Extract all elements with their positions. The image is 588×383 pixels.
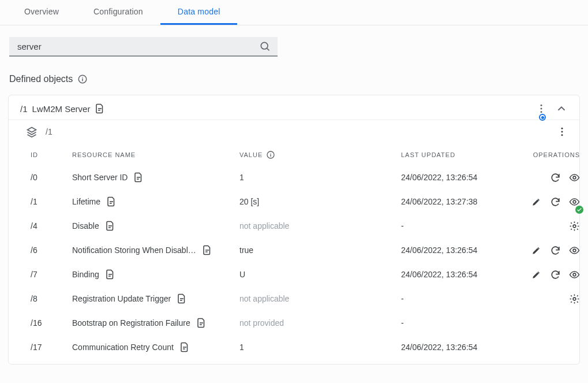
instance-path: /1 <box>46 127 53 136</box>
col-resource: RESOURCE NAME <box>72 151 239 158</box>
resource-name: Communication Retry Count <box>72 343 174 352</box>
resource-value: 20 [s] <box>239 197 401 206</box>
document-icon[interactable] <box>202 245 212 255</box>
object-name: LwM2M Server <box>32 104 91 114</box>
document-icon[interactable] <box>179 342 190 352</box>
resource-value: not applicable <box>239 221 401 230</box>
status-indicator-icon <box>539 114 546 121</box>
tabs: OverviewConfigurationData model <box>0 0 588 25</box>
operations <box>511 269 580 280</box>
operations <box>511 293 580 304</box>
operations <box>511 245 580 256</box>
resource-id: /4 <box>31 221 72 230</box>
resource-name: Binding <box>72 270 99 279</box>
resource-id: /8 <box>31 294 72 303</box>
operations <box>511 221 580 232</box>
resource-id: /16 <box>31 318 72 328</box>
resource-name: Registration Update Trigger <box>72 294 171 303</box>
tab-configuration[interactable]: Configuration <box>76 0 160 25</box>
resource-updated: 24/06/2022, 13:27:38 <box>401 197 511 206</box>
gear-icon[interactable] <box>569 293 580 304</box>
resource-updated: 24/06/2022, 13:26:54 <box>401 343 511 352</box>
edit-icon[interactable] <box>531 196 542 207</box>
refresh-icon[interactable] <box>550 269 561 280</box>
refresh-icon[interactable] <box>550 172 561 183</box>
layers-icon <box>26 126 38 137</box>
object-path: /1 <box>20 104 28 114</box>
document-icon[interactable] <box>106 196 117 207</box>
resource-value: true <box>239 246 401 255</box>
refresh-icon[interactable] <box>550 196 561 207</box>
document-icon[interactable] <box>95 103 105 114</box>
table-row: /4Disablenot applicable- <box>19 214 569 238</box>
search-input[interactable] <box>16 41 259 52</box>
resource-updated: - <box>401 221 511 230</box>
refresh-icon[interactable] <box>550 245 561 256</box>
resource-name: Bootstrap on Registration Failure <box>72 318 190 328</box>
resource-id: /6 <box>31 246 72 255</box>
resource-updated: - <box>401 318 511 328</box>
success-badge-icon <box>575 206 583 214</box>
resource-value: U <box>239 270 401 279</box>
document-icon[interactable] <box>196 318 207 328</box>
col-ops: OPERATIONS <box>511 151 580 158</box>
table-row: /8Registration Update Triggernot applica… <box>19 287 569 311</box>
edit-icon[interactable] <box>531 245 542 256</box>
col-updated: LAST UPDATED <box>401 151 511 158</box>
resource-name: Short Server ID <box>72 173 128 182</box>
resource-updated: 24/06/2022, 13:26:54 <box>401 246 511 255</box>
resource-id: /0 <box>31 173 72 182</box>
resource-value: not provided <box>239 318 401 328</box>
gear-icon[interactable] <box>569 221 580 232</box>
document-icon[interactable] <box>105 269 115 280</box>
object-card: /1 LwM2M Server /1 ID RESOURCE NAME VALU… <box>8 95 580 365</box>
resource-id: /1 <box>31 197 72 206</box>
resource-name: Disable <box>72 221 99 230</box>
col-value: VALUE <box>239 151 263 158</box>
tab-overview[interactable]: Overview <box>7 0 76 25</box>
resource-id: /7 <box>31 270 72 279</box>
table-row: /7BindingU24/06/2022, 13:26:54 <box>19 262 569 287</box>
more-icon[interactable] <box>556 126 568 137</box>
table-row: /6Notification Storing When Disabl…true2… <box>19 238 569 262</box>
table-row: /0Short Server ID124/06/2022, 13:26:54 <box>19 165 569 189</box>
operations <box>511 196 580 207</box>
section-title: Defined objects <box>9 74 73 84</box>
document-icon[interactable] <box>105 221 115 231</box>
search-icon <box>259 40 271 52</box>
observe-icon[interactable] <box>569 269 580 280</box>
more-icon[interactable] <box>535 103 547 114</box>
observe-icon[interactable] <box>569 245 580 256</box>
document-icon[interactable] <box>133 172 144 183</box>
resource-value: 1 <box>239 173 401 182</box>
table-row: /17Communication Retry Count124/06/2022,… <box>19 335 569 359</box>
resource-id: /17 <box>31 343 72 352</box>
table-row: /1Lifetime20 [s]24/06/2022, 13:27:38 <box>19 189 569 214</box>
observe-icon[interactable] <box>569 172 580 183</box>
chevron-up-icon[interactable] <box>555 102 568 115</box>
table-header: ID RESOURCE NAME VALUE LAST UPDATED OPER… <box>19 144 569 165</box>
info-icon[interactable] <box>77 74 88 84</box>
edit-icon[interactable] <box>531 269 542 280</box>
resource-name: Notification Storing When Disabl… <box>72 246 196 255</box>
resource-value: 1 <box>239 343 401 352</box>
col-id: ID <box>31 151 72 158</box>
info-icon[interactable] <box>266 150 275 159</box>
resource-updated: - <box>401 294 511 303</box>
search-field[interactable] <box>9 37 278 57</box>
resource-value: not applicable <box>239 294 401 303</box>
resource-name: Lifetime <box>72 197 100 206</box>
table-row: /16Bootstrap on Registration Failurenot … <box>19 311 569 335</box>
document-icon[interactable] <box>177 293 187 304</box>
resource-updated: 24/06/2022, 13:26:54 <box>401 173 511 182</box>
tab-data-model[interactable]: Data model <box>160 0 238 25</box>
resource-updated: 24/06/2022, 13:26:54 <box>401 270 511 279</box>
operations <box>511 172 580 183</box>
